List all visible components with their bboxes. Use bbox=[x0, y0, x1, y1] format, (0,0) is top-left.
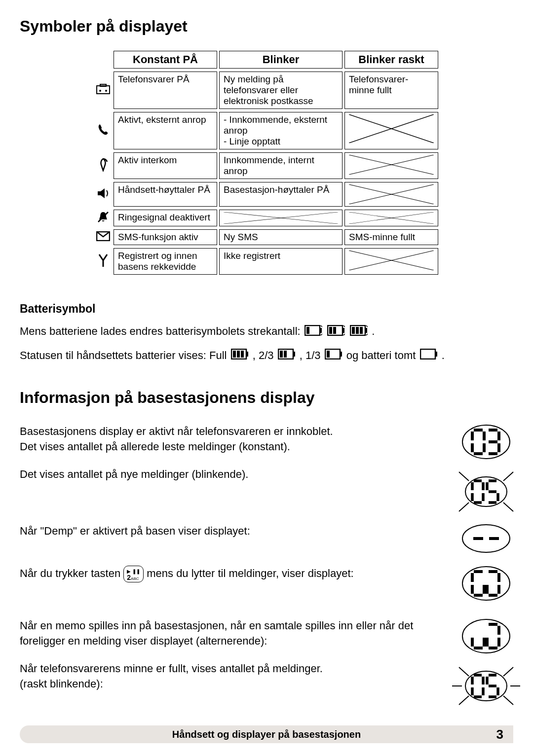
cell: SMS-funksjon aktiv bbox=[114, 229, 217, 245]
svg-point-53 bbox=[462, 567, 510, 600]
key-2-play-pause-icon: ▶ ❚❚2ABC bbox=[123, 566, 144, 582]
heading-symbols: Symboler på displayet bbox=[20, 17, 513, 36]
table-row: Aktivt, eksternt anrop - Innkommende, ek… bbox=[95, 112, 438, 149]
svg-rect-34 bbox=[241, 351, 244, 358]
svg-point-61 bbox=[465, 671, 507, 701]
table-row: Registrert og innen basens rekkevidde Ik… bbox=[95, 248, 438, 275]
cell: Ny SMS bbox=[219, 229, 343, 245]
cell: Basestasjon-høyttaler PÅ bbox=[219, 182, 343, 207]
cell-x bbox=[344, 210, 438, 226]
heading-battery: Batterisymbol bbox=[20, 302, 513, 316]
table-row: Telefonsvarer PÅ Ny melding på telefonsv… bbox=[95, 72, 438, 109]
svg-rect-43 bbox=[435, 352, 437, 357]
cell: Innkommende, internt anrop bbox=[219, 152, 343, 179]
svg-line-45 bbox=[459, 472, 469, 481]
svg-line-56 bbox=[503, 667, 513, 676]
cell: - Innkommende, eksternt anrop - Linje op… bbox=[219, 112, 343, 149]
cell-x bbox=[344, 248, 438, 275]
footer-title: Håndsett og displayer på basestasjonen bbox=[172, 729, 361, 740]
symbols-table-wrap: Konstant PÅ Blinker Blinker raskt Telefo… bbox=[20, 48, 513, 278]
svg-rect-20 bbox=[306, 327, 309, 334]
svg-rect-26 bbox=[365, 328, 367, 333]
svg-rect-27 bbox=[352, 327, 355, 334]
th-blink: Blinker bbox=[219, 51, 343, 69]
display-03-icon bbox=[459, 424, 513, 460]
envelope-icon bbox=[95, 229, 112, 245]
svg-line-47 bbox=[459, 503, 469, 511]
svg-rect-0 bbox=[97, 86, 110, 94]
svg-rect-19 bbox=[320, 328, 322, 333]
svg-line-57 bbox=[459, 696, 469, 705]
svg-rect-37 bbox=[280, 351, 283, 358]
battery-1of3-icon bbox=[325, 348, 343, 364]
svg-rect-31 bbox=[246, 352, 248, 357]
th-fast: Blinker raskt bbox=[344, 51, 438, 69]
info-row-5: Når en memo spilles inn på basestasjonen… bbox=[20, 618, 513, 654]
footer-bar: Håndsett og displayer på basestasjonen 3 bbox=[20, 725, 513, 743]
battery-2bar-anim-icon bbox=[327, 324, 345, 340]
svg-rect-23 bbox=[329, 327, 332, 334]
bell-slash-icon bbox=[95, 210, 112, 226]
intercom-icon bbox=[95, 152, 112, 179]
display-05-blink-icon bbox=[459, 467, 513, 516]
svg-rect-29 bbox=[360, 327, 363, 334]
cell: Aktiv interkom bbox=[114, 152, 217, 179]
table-row: Håndsett-høyttaler PÅ Basestasjon-høytta… bbox=[95, 182, 438, 207]
battery-full-icon bbox=[231, 348, 249, 364]
cell: Håndsett-høyttaler PÅ bbox=[114, 182, 217, 207]
table-row: Aktiv interkom Innkommende, internt anro… bbox=[95, 152, 438, 179]
svg-point-3 bbox=[105, 90, 107, 92]
table-row: SMS-funksjon aktiv Ny SMS SMS-minne full… bbox=[95, 229, 438, 245]
svg-rect-22 bbox=[343, 328, 344, 333]
battery-line-2: Statusen til håndsettets batterier vises… bbox=[20, 347, 513, 364]
table-row: Ringesignal deaktivert bbox=[95, 210, 438, 226]
info-row-2: Det vises antallet på nye meldinger (bli… bbox=[20, 467, 513, 516]
cell: Ny melding på telefonsvarer eller elektr… bbox=[219, 72, 343, 109]
svg-rect-28 bbox=[356, 327, 359, 334]
cell: Ringesignal deaktivert bbox=[114, 210, 217, 226]
symbols-table: Konstant PÅ Blinker Blinker raskt Telefo… bbox=[93, 48, 440, 278]
cell: Ikke registrert bbox=[219, 248, 343, 275]
display-dashes-icon bbox=[459, 524, 513, 553]
battery-1bar-anim-icon bbox=[305, 324, 322, 340]
svg-rect-41 bbox=[327, 351, 330, 358]
info-row-4: Når du trykker tasten ▶ ❚❚2ABC mens du l… bbox=[20, 566, 513, 601]
svg-point-54 bbox=[462, 619, 510, 653]
svg-rect-38 bbox=[284, 351, 287, 358]
svg-rect-32 bbox=[233, 351, 236, 358]
battery-empty-icon bbox=[420, 348, 438, 364]
cell-x bbox=[344, 152, 438, 179]
battery-line-1: Mens batteriene lades endres batterisymb… bbox=[20, 323, 513, 340]
speaker-icon bbox=[95, 182, 112, 207]
cell: Registrert og innen basens rekkevidde bbox=[114, 248, 217, 275]
info-row-6: Når telefonsvarerens minne er fullt, vis… bbox=[20, 661, 513, 711]
cell: Telefonsvarer-minne fullt bbox=[344, 72, 438, 109]
svg-rect-40 bbox=[340, 352, 342, 357]
answering-machine-icon bbox=[95, 72, 112, 109]
svg-point-50 bbox=[462, 525, 510, 552]
svg-line-58 bbox=[503, 696, 513, 705]
antenna-icon bbox=[95, 248, 112, 275]
heading-base-info: Informasjon på basestasjonens display bbox=[20, 389, 513, 407]
cell: Aktivt, eksternt anrop bbox=[114, 112, 217, 149]
footer-page-number: 3 bbox=[496, 727, 503, 742]
handset-icon bbox=[95, 112, 112, 149]
svg-line-48 bbox=[503, 503, 513, 511]
cell: SMS-minne fullt bbox=[344, 229, 438, 245]
cell-x bbox=[219, 210, 343, 226]
battery-3bar-anim-icon bbox=[350, 324, 368, 340]
svg-rect-33 bbox=[237, 351, 240, 358]
display-alt-record-icon bbox=[459, 618, 513, 654]
display-05-fastblink-icon bbox=[459, 661, 513, 711]
battery-2of3-icon bbox=[278, 348, 296, 364]
svg-line-46 bbox=[503, 472, 513, 481]
cell: Telefonsvarer PÅ bbox=[114, 72, 217, 109]
svg-point-44 bbox=[462, 425, 510, 459]
info-row-1: Basestasjonens display er aktivt når tel… bbox=[20, 424, 513, 460]
cell-x bbox=[344, 182, 438, 207]
cell-x bbox=[344, 112, 438, 149]
svg-rect-24 bbox=[333, 327, 336, 334]
svg-rect-36 bbox=[293, 352, 295, 357]
display-blank-segments-icon bbox=[459, 566, 513, 601]
th-constant: Konstant PÅ bbox=[114, 51, 217, 69]
